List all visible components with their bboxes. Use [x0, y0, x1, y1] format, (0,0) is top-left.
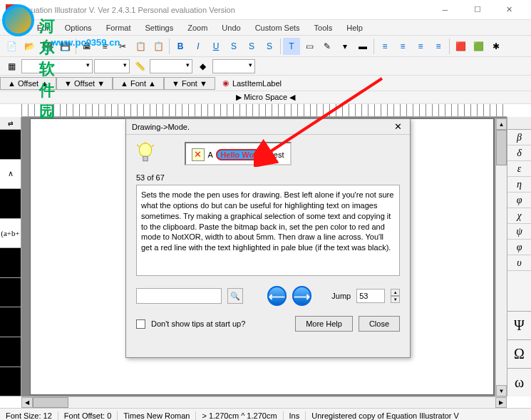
palette-cell[interactable]: [0, 130, 21, 160]
tips-dialog: Drawing->Mode. ✕ A Hello World test 53 o…: [125, 118, 411, 358]
dialog-close-icon[interactable]: ✕: [391, 121, 404, 133]
menu-file[interactable]: File: [3, 22, 30, 34]
shape-icon[interactable]: ◆: [194, 58, 211, 75]
font-size-combo[interactable]: [94, 59, 130, 73]
greek-upsilon[interactable]: υ: [507, 255, 531, 271]
palette-cell[interactable]: [0, 307, 21, 337]
strike3-icon[interactable]: S: [261, 38, 278, 55]
prev-tip-button[interactable]: ⟵: [267, 286, 287, 306]
bold-icon[interactable]: B: [172, 38, 189, 55]
pen-icon[interactable]: ✎: [319, 38, 336, 55]
more-help-button[interactable]: More Help: [295, 316, 353, 332]
search-input[interactable]: [136, 288, 222, 304]
text-icon[interactable]: T: [283, 38, 300, 55]
menu-settings[interactable]: Settings: [138, 22, 180, 34]
bullets-icon[interactable]: ≡: [96, 38, 113, 55]
strike2-icon[interactable]: S: [243, 38, 260, 55]
maximize-button[interactable]: ☐: [461, 0, 493, 20]
greek-beta[interactable]: β: [507, 130, 531, 145]
layer-icon[interactable]: ▦: [3, 58, 20, 75]
jump-spinner[interactable]: ▲▼: [391, 289, 400, 303]
palette-cell[interactable]: [0, 189, 21, 219]
right-tab[interactable]: [507, 117, 531, 130]
justify-icon[interactable]: ≡: [430, 38, 447, 55]
menu-help[interactable]: Help: [339, 22, 370, 34]
greek-cap-psi[interactable]: Ψ: [507, 311, 531, 339]
palette-cell[interactable]: [0, 248, 21, 278]
greek-phi[interactable]: φ: [507, 193, 531, 208]
vertical-scrollbar[interactable]: ▲ ▼: [495, 118, 507, 396]
font-down-button[interactable]: ▼ Font ▼: [164, 77, 215, 90]
next-tip-button[interactable]: ⟶: [292, 286, 311, 306]
ruler-icon[interactable]: 📏: [131, 58, 148, 75]
scroll-left-icon[interactable]: ◀: [21, 397, 33, 408]
copy-icon[interactable]: 📋: [132, 38, 149, 55]
palette-cell[interactable]: [0, 337, 21, 367]
dontshow-checkbox[interactable]: [136, 319, 145, 329]
horizontal-ruler[interactable]: [21, 104, 507, 117]
scroll-up-icon[interactable]: ▲: [496, 118, 507, 130]
underline-icon[interactable]: U: [207, 38, 225, 55]
close-button[interactable]: ✕: [493, 0, 525, 20]
menu-options[interactable]: Options: [58, 22, 99, 34]
palette-cell-lambda[interactable]: ∧: [0, 160, 21, 190]
style-combo[interactable]: [150, 59, 192, 73]
horizontal-scrollbar[interactable]: ◀ ▶: [21, 396, 507, 408]
greek-phi2[interactable]: φ: [507, 240, 531, 255]
color2-icon[interactable]: 🟩: [470, 38, 487, 55]
print-icon[interactable]: 🖶: [78, 38, 96, 55]
font-up-button[interactable]: ▲ Font ▲: [113, 77, 164, 90]
palette-cell[interactable]: [0, 367, 21, 397]
palette-cell[interactable]: [0, 278, 21, 308]
greek-chi[interactable]: χ: [507, 208, 531, 224]
greek-omega[interactable]: ω: [507, 368, 531, 396]
shape-combo[interactable]: [212, 59, 255, 73]
open-icon[interactable]: 📂: [21, 38, 38, 55]
search-icon[interactable]: 🔍: [227, 288, 243, 304]
left-tab-prev[interactable]: ⇄: [0, 117, 21, 130]
scroll-thumb[interactable]: [33, 397, 68, 408]
menu-edit[interactable]: Edit: [30, 22, 58, 34]
align-right-icon[interactable]: ≡: [412, 38, 429, 55]
titlebar: Equation Illustrator V. Ver 2.4.3.1 Pers…: [0, 0, 531, 20]
cut-icon[interactable]: ✂: [114, 38, 131, 55]
dropdown-icon[interactable]: ▾: [336, 38, 354, 55]
menu-undo[interactable]: Undo: [215, 22, 247, 34]
align-center-icon[interactable]: ≡: [394, 38, 411, 55]
floppy-icon[interactable]: 💾: [56, 38, 73, 55]
greek-cap-omega[interactable]: Ω: [507, 339, 531, 368]
palette-cell-ab[interactable]: (a+b+: [0, 219, 21, 249]
strike-icon[interactable]: S: [225, 38, 242, 55]
scroll-down-icon[interactable]: ▼: [496, 385, 507, 396]
scroll-thumb[interactable]: [496, 130, 507, 165]
highlight-icon[interactable]: ▭: [301, 38, 318, 55]
italic-icon[interactable]: I: [190, 38, 207, 55]
svg-rect-1: [143, 156, 148, 161]
greek-epsilon[interactable]: ε: [507, 161, 531, 177]
greek-eta[interactable]: η: [507, 177, 531, 193]
greek-psi[interactable]: ψ: [507, 224, 531, 240]
offset-up-button[interactable]: ▲ Offset ▲: [0, 77, 56, 90]
menu-format[interactable]: Format: [99, 22, 138, 34]
palette-icon[interactable]: ✱: [488, 38, 505, 55]
align-left-icon[interactable]: ≡: [376, 38, 393, 55]
statusbar: Font Size: 12 Font Offset: 0 Times New R…: [0, 408, 531, 420]
menu-customsets[interactable]: Custom Sets: [248, 22, 307, 34]
new-icon[interactable]: 📄: [3, 38, 20, 55]
micro-space-bar[interactable]: ▶ Micro Space ◀: [0, 91, 531, 104]
paste-icon[interactable]: 📋: [150, 38, 167, 55]
greek-delta[interactable]: δ: [507, 145, 531, 161]
marker-icon[interactable]: ▬: [354, 38, 371, 55]
font-family-combo[interactable]: [21, 59, 93, 73]
scroll-right-icon[interactable]: ▶: [495, 397, 507, 408]
jump-input[interactable]: [356, 289, 385, 303]
offset-down-button[interactable]: ▼ Offset ▼: [56, 77, 113, 90]
minimize-button[interactable]: ─: [429, 0, 461, 20]
color1-icon[interactable]: 🟥: [452, 38, 469, 55]
menu-tools[interactable]: Tools: [307, 22, 340, 34]
save-icon[interactable]: 💾: [38, 38, 56, 55]
tip-preview: A Hello World test: [185, 142, 292, 165]
menu-zoom[interactable]: Zoom: [180, 22, 215, 34]
close-dialog-button[interactable]: Close: [359, 316, 400, 332]
mode-icon: [192, 148, 205, 161]
